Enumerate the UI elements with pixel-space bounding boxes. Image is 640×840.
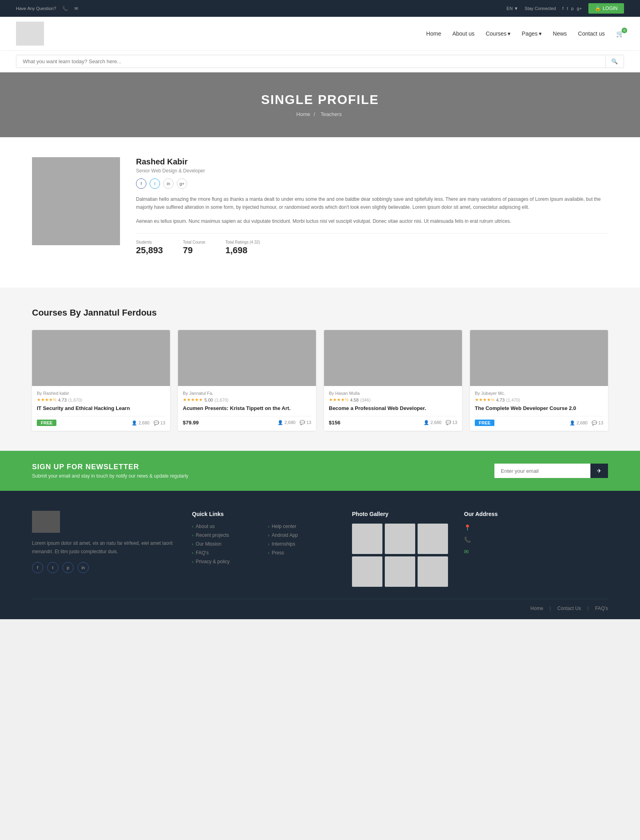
top-bar-left: Have Any Question? 📞 ✉	[16, 6, 78, 11]
course-author: By Jubayer Mc.	[475, 391, 603, 396]
course-card[interactable]: By Jubayer Mc. ★★★★½ 4.73 (1,470) The Co…	[470, 330, 608, 431]
phone-icon: 📞	[464, 536, 471, 543]
cart-icon[interactable]: 🛒 0	[616, 30, 624, 38]
nav-about[interactable]: About us	[452, 30, 474, 37]
nav-home[interactable]: Home	[426, 30, 441, 37]
rating-count: (1,670)	[68, 398, 82, 402]
course-body: By Rashed kabir ★★★★½ 4.73 (1,670) IT Se…	[32, 386, 170, 431]
newsletter-title: SIGN UP FOR NEWSLETTER	[32, 463, 188, 471]
nav-contact[interactable]: Contact us	[578, 30, 605, 37]
ratings-value: 1,698	[225, 245, 260, 256]
gallery-title: Photo Gallery	[352, 511, 448, 517]
nav-news[interactable]: News	[553, 30, 567, 37]
gallery-thumb-6[interactable]	[418, 556, 448, 587]
footer-bottom-home[interactable]: Home	[530, 606, 543, 611]
footer-link-press[interactable]: › Press	[268, 550, 336, 556]
students-meta: 👤 2,680	[570, 420, 588, 426]
course-card[interactable]: By Jannatul Fa. ★★★★★ 5.00 (1,670) Acume…	[178, 330, 316, 431]
footer-link-about[interactable]: › About us	[192, 524, 260, 529]
gallery-thumb-3[interactable]	[418, 524, 448, 554]
profile-facebook-icon[interactable]: f	[136, 178, 146, 189]
google-icon-top[interactable]: g+	[577, 6, 582, 11]
nav-pages[interactable]: Pages ▾	[522, 30, 542, 37]
footer-bottom-links: Home | Contact Us | FAQ's	[530, 606, 608, 611]
courses-section: Courses By Jannatul Ferdous By Rashed ka…	[0, 288, 640, 451]
stat-ratings: Total Ratings (4.32) 1,698	[225, 240, 260, 256]
courses-value: 79	[183, 245, 205, 256]
footer-facebook-icon[interactable]: f	[32, 562, 43, 573]
lang-selector[interactable]: EN ▼	[506, 6, 518, 11]
profile-twitter-icon[interactable]: t	[150, 178, 160, 189]
footer-link-help[interactable]: › Help center	[268, 524, 336, 529]
rating-count: (1,670)	[214, 398, 228, 402]
course-name: The Complete Web Developer Course 2.0	[475, 405, 603, 412]
twitter-icon-top[interactable]: t	[567, 6, 568, 11]
gallery-thumb-5[interactable]	[385, 556, 415, 587]
footer-grid: Lorem ipsum dolor sit amet, vix an natu …	[32, 511, 608, 587]
course-body: By Jubayer Mc. ★★★★½ 4.73 (1,470) The Co…	[470, 386, 608, 431]
address-email: ✉	[464, 548, 608, 555]
newsletter-submit-button[interactable]: ✈	[590, 464, 608, 478]
gallery-thumb-4[interactable]	[352, 556, 382, 587]
course-card[interactable]: By Hasan Mulla ★★★★½ 4.58 (346) Become a…	[324, 330, 462, 431]
lessons-meta: 💬 13	[300, 420, 311, 425]
breadcrumb-current: Teachers	[320, 111, 342, 117]
course-rating: ★★★★½ 4.73 (1,470)	[475, 397, 603, 402]
footer-bottom-faq[interactable]: FAQ's	[595, 606, 608, 611]
pinterest-icon-top[interactable]: p	[571, 6, 574, 11]
footer-twitter-icon[interactable]: t	[47, 562, 58, 573]
stat-students: Students 25,893	[136, 240, 163, 256]
footer-description: Lorem ipsum dolor sit amet, vix an natu …	[32, 539, 176, 556]
separator-2: |	[588, 606, 589, 611]
footer-link-privacy[interactable]: › Privacy & policy	[192, 559, 260, 564]
rating-number: 4.73	[496, 398, 504, 402]
footer-bottom-contact[interactable]: Contact Us	[557, 606, 581, 611]
footer-link-internships[interactable]: › Internships	[268, 541, 336, 547]
footer-link-item: › FAQ's	[192, 550, 260, 556]
footer-photo-gallery: Photo Gallery	[352, 511, 448, 587]
gallery-thumb-1[interactable]	[352, 524, 382, 554]
course-footer: $79.99 👤 2,680 💬 13	[183, 416, 311, 426]
stat-courses: Total Course 79	[183, 240, 205, 256]
footer-pinterest-icon[interactable]: p	[62, 562, 74, 573]
search-input[interactable]	[16, 55, 606, 68]
stay-connected: Stay Connected	[525, 6, 556, 11]
profile-google-icon[interactable]: g+	[177, 178, 187, 189]
nav-courses[interactable]: Courses ▾	[486, 30, 510, 37]
question-text: Have Any Question?	[16, 6, 56, 11]
footer-links-col2: › Help center › Android App › Internship…	[268, 524, 336, 568]
newsletter-text: SIGN UP FOR NEWSLETTER Submit your email…	[32, 463, 188, 479]
email-icon: ✉	[74, 6, 78, 11]
top-bar-right: EN ▼ Stay Connected f t p g+ 🔒 LOGIN	[506, 3, 624, 14]
footer-link-mission[interactable]: › Our Mission	[192, 541, 260, 547]
footer-link-android[interactable]: › Android App	[268, 532, 336, 538]
footer-link-faq[interactable]: › FAQ's	[192, 550, 260, 556]
search-button[interactable]: 🔍	[606, 55, 624, 68]
course-card[interactable]: By Rashed kabir ★★★★½ 4.73 (1,670) IT Se…	[32, 330, 170, 431]
facebook-icon-top[interactable]: f	[562, 6, 564, 11]
newsletter-email-input[interactable]	[494, 464, 590, 478]
footer-logo-area: Lorem ipsum dolor sit amet, vix an natu …	[32, 511, 176, 587]
address-title: Our Address	[464, 511, 608, 517]
course-rating: ★★★★½ 4.73 (1,670)	[37, 397, 165, 402]
gallery-thumb-2[interactable]	[385, 524, 415, 554]
rating-number: 4.73	[58, 398, 66, 402]
footer-link-item: › Internships	[268, 541, 336, 547]
course-footer: FREE 👤 2,680 💬 13	[37, 416, 165, 426]
logo[interactable]	[16, 22, 44, 46]
course-name: Become a Professional Web Developer.	[329, 405, 457, 412]
footer-bottom: Home | Contact Us | FAQ's	[32, 599, 608, 611]
profile-linkedin-icon[interactable]: in	[163, 178, 174, 189]
course-thumbnail	[324, 330, 462, 386]
login-button[interactable]: 🔒 LOGIN	[588, 3, 624, 14]
footer-instagram-icon[interactable]: in	[78, 562, 89, 573]
profile-bio-2: Aenean eu tellus ipsum. Nunc maximus sap…	[136, 217, 608, 225]
footer-link-item: › Press	[268, 550, 336, 556]
search-icon: 🔍	[611, 58, 618, 64]
stars-icon: ★★★★½	[329, 397, 348, 402]
location-icon: 📍	[464, 524, 471, 531]
footer-link-recent[interactable]: › Recent projects	[192, 532, 260, 538]
breadcrumb-home[interactable]: Home	[296, 111, 310, 117]
course-thumbnail	[470, 330, 608, 386]
footer: Lorem ipsum dolor sit amet, vix an natu …	[0, 491, 640, 619]
